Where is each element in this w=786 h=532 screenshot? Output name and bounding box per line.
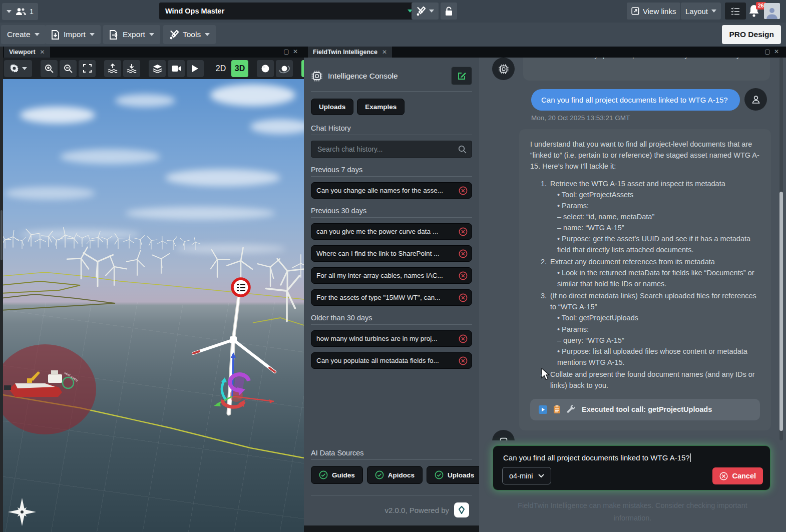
- chat-history-item[interactable]: For all my inter-array cables, names IAC…: [311, 267, 472, 284]
- globe-button[interactable]: [257, 60, 274, 77]
- uploads-button[interactable]: Uploads: [311, 99, 353, 115]
- camera-button[interactable]: [168, 60, 185, 77]
- tab-viewport[interactable]: Viewport ✕: [4, 47, 50, 58]
- message-timestamp: Mon, 20 Oct 2025 13:53:21 GMT: [531, 114, 630, 122]
- chat-history-item-label: For all my inter-array cables, names IAC…: [316, 272, 459, 279]
- layout-button[interactable]: Layout: [681, 3, 721, 20]
- import-menu[interactable]: Import: [45, 25, 101, 44]
- ai-chip-icon: [311, 70, 323, 82]
- collaborators-button[interactable]: 1: [2, 3, 38, 20]
- cancel-button[interactable]: Cancel: [712, 467, 763, 484]
- pro-design-badge[interactable]: PRO Design: [722, 25, 781, 44]
- maximize-icon[interactable]: ▢: [283, 48, 290, 55]
- new-chat-button[interactable]: [451, 67, 472, 85]
- play-button[interactable]: [187, 60, 204, 77]
- export-menu[interactable]: Export: [103, 25, 160, 44]
- delete-chat-icon[interactable]: [459, 356, 468, 365]
- clipboard-icon: [553, 405, 561, 414]
- fit-view-button[interactable]: [79, 60, 96, 77]
- brand-logo[interactable]: [454, 502, 469, 517]
- tools-menu[interactable]: Tools: [163, 25, 216, 44]
- chat-history-item[interactable]: Where can I find the link to SharePoint …: [311, 245, 472, 262]
- ai-step-number: 1.: [530, 178, 550, 255]
- left-scrollbar[interactable]: [1, 210, 3, 260]
- tab-fieldtwin-intelligence[interactable]: FieldTwin Intelligence ✕: [308, 47, 392, 58]
- viewport-panel: Viewport ✕ ▢ ✕: [0, 47, 304, 532]
- data-source-toggle-uploads[interactable]: Uploads: [427, 466, 479, 484]
- mode-3d-button[interactable]: 3D: [231, 60, 248, 77]
- ai-avatar: [492, 430, 515, 440]
- data-source-toggle-guides[interactable]: Guides: [311, 466, 363, 484]
- lower-sea-button[interactable]: [123, 60, 140, 77]
- annotation-marker[interactable]: [232, 279, 249, 296]
- viewport-3d-scene[interactable]: wind supply: [0, 79, 304, 532]
- users-icon: [15, 8, 26, 16]
- chat-message-area[interactable]: Feel free to ask any questions, and I wi…: [479, 58, 786, 440]
- chat-history-item[interactable]: can you give me the power curve data ...: [311, 223, 472, 240]
- chat-history-item-label: how many wind turbines are in my proj...: [316, 335, 459, 342]
- mode-2d-button[interactable]: 2D: [212, 60, 229, 77]
- check-circle-icon: [319, 470, 328, 479]
- user-avatar-button[interactable]: [764, 3, 780, 19]
- model-select[interactable]: o4-mini: [502, 467, 551, 484]
- maximize-icon[interactable]: ▢: [764, 48, 771, 55]
- search-input[interactable]: [316, 145, 454, 154]
- chat-history-title: Chat History: [311, 124, 472, 135]
- collaborators-count: 1: [30, 8, 34, 16]
- mouse-cursor: [541, 368, 552, 381]
- user-message-text: Can you find all project documents linke…: [541, 96, 728, 104]
- zoom-in-button[interactable]: [41, 60, 58, 77]
- layers-button[interactable]: [149, 60, 166, 77]
- orbit-button[interactable]: [276, 60, 293, 77]
- create-menu[interactable]: Create: [1, 25, 46, 44]
- project-name: Wind Ops Master: [165, 7, 224, 15]
- history-section-label: Older than 30 days: [311, 314, 472, 325]
- ai-step-detail: • Look in the returned metaData for fiel…: [550, 267, 760, 289]
- uploads-label: Uploads: [319, 103, 345, 111]
- close-icon[interactable]: ✕: [382, 49, 387, 56]
- data-source-label: Uploads: [448, 471, 474, 479]
- chat-history-list: Previous 7 daysCan you change alle names…: [311, 158, 472, 369]
- viewport-settings-button[interactable]: [4, 60, 32, 77]
- notifications-button[interactable]: 26: [748, 4, 760, 18]
- import-icon: [51, 30, 60, 40]
- delete-chat-icon[interactable]: [459, 334, 468, 343]
- lock-button[interactable]: [441, 3, 457, 20]
- close-icon[interactable]: ✕: [293, 48, 299, 55]
- examples-button[interactable]: Examples: [357, 99, 405, 115]
- close-icon[interactable]: ✕: [40, 49, 45, 56]
- ai-step-detail: – query: “WTG A-15”: [550, 335, 760, 346]
- chat-history-item[interactable]: For the assets of type "15MW WT", can...: [311, 289, 472, 306]
- ai-step-detail: – select: “id, name, metaData”: [550, 211, 760, 222]
- tool-call-bar[interactable]: Executed tool call: getProjectUploads: [530, 399, 760, 420]
- delete-chat-icon[interactable]: [459, 293, 468, 302]
- task-list-button[interactable]: [725, 3, 746, 20]
- close-icon[interactable]: ✕: [774, 48, 780, 55]
- zoom-out-button[interactable]: [60, 60, 77, 77]
- project-select[interactable]: Wind Ops Master: [159, 3, 419, 20]
- chat-input-text[interactable]: Can you find all project documents linke…: [503, 453, 690, 462]
- chat-input-box[interactable]: Can you find all project documents linke…: [493, 446, 770, 490]
- delete-chat-icon[interactable]: [459, 271, 468, 280]
- delete-chat-icon[interactable]: [459, 186, 468, 195]
- chat-tabstrip: ▢ ✕: [479, 47, 786, 58]
- ai-step-detail: • Purpose: get the asset’s UUID and see …: [550, 233, 760, 255]
- project-tools-button[interactable]: [412, 3, 439, 20]
- fieldtwin-intelligence-panel: FieldTwin Intelligence ✕ Intelligence Co…: [304, 47, 479, 532]
- version-label: v2.0.0, Powered by: [385, 506, 449, 514]
- delete-chat-icon[interactable]: [459, 227, 468, 236]
- chat-history-item[interactable]: Can you change alle names for the asse..…: [311, 182, 472, 199]
- view-links-button[interactable]: View links: [627, 3, 680, 20]
- menu-bar: Create Import Export Tools PRO Design: [0, 23, 786, 47]
- check-circle-icon: [435, 470, 444, 479]
- chat-history-search[interactable]: [311, 141, 472, 158]
- chat-history-item-label: Where can I find the link to SharePoint …: [316, 250, 459, 257]
- data-source-toggle-apidocs[interactable]: Apidocs: [367, 466, 423, 484]
- chat-history-item[interactable]: how many wind turbines are in my proj...: [311, 330, 472, 347]
- delete-chat-icon[interactable]: [459, 249, 468, 258]
- arrow-up-waves-icon: [108, 64, 118, 73]
- raise-sea-button[interactable]: [104, 60, 121, 77]
- transform-gizmo[interactable]: [214, 352, 274, 407]
- chat-history-item[interactable]: Can you populate all metadata fields fo.…: [311, 352, 472, 369]
- chat-scrollbar[interactable]: [779, 192, 783, 431]
